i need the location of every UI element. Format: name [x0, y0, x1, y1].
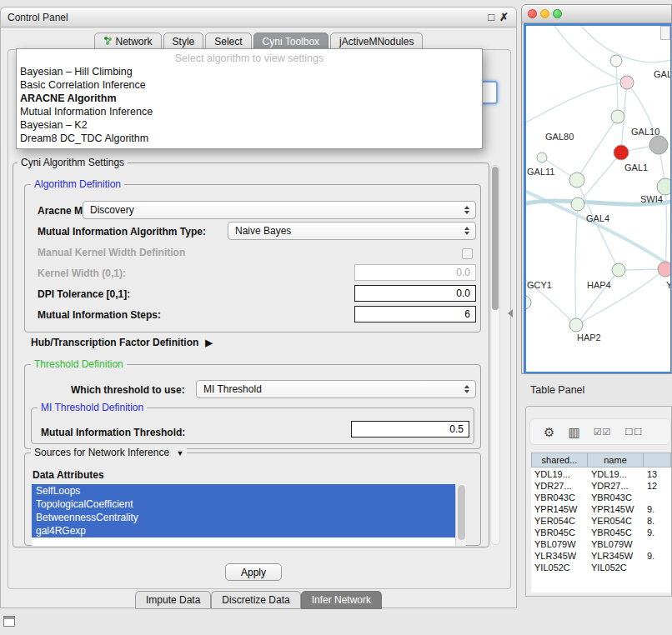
- network-node-label: GAL80: [545, 132, 574, 142]
- kernel-width-label: Kernel Width (0,1):: [38, 268, 126, 279]
- which-threshold-select[interactable]: MI Threshold: [196, 380, 476, 398]
- network-node-label: HAP2: [577, 332, 601, 342]
- tab-cyni-toolbox[interactable]: Cyni Toolbox: [253, 32, 328, 50]
- data-attributes-list: SelfLoopsTopologicalCoefficientBetweenne…: [32, 484, 466, 546]
- data-attribute-item[interactable]: SelfLoops: [32, 484, 455, 498]
- hub-definition-expander[interactable]: Hub/Transcription Factor Definition ▶: [31, 337, 213, 348]
- float-window-icon[interactable]: □: [488, 11, 494, 23]
- algorithm-option[interactable]: Basic Correlation Inference: [17, 78, 482, 92]
- network-edge[interactable]: [616, 61, 618, 117]
- close-button[interactable]: [528, 9, 537, 18]
- canvas-corner-control[interactable]: [660, 26, 670, 40]
- mi-threshold-label: Mutual Information Threshold:: [41, 427, 185, 438]
- table-row[interactable]: YLR345WYLR345W9.: [531, 550, 671, 562]
- tab-impute-data[interactable]: Impute Data: [135, 591, 211, 609]
- data-attribute-item[interactable]: gal4RGexp: [32, 524, 455, 538]
- mi-threshold-field[interactable]: [351, 421, 469, 438]
- settings-scrollbar[interactable]: [490, 165, 500, 545]
- clear-all-checkboxes-icon[interactable]: ☐☐: [624, 428, 643, 437]
- dpi-tolerance-label: DPI Tolerance [0,1]:: [38, 288, 130, 300]
- algorithm-option[interactable]: Mutual Information Inference: [17, 105, 482, 118]
- table-row[interactable]: YPR145WYPR145W9.: [531, 503, 671, 515]
- network-node[interactable]: [610, 55, 622, 67]
- expand-right-icon: ▶: [205, 338, 212, 348]
- table-row[interactable]: YER054CYER054C8.: [531, 515, 671, 527]
- network-node[interactable]: [569, 172, 584, 188]
- network-node[interactable]: [658, 262, 670, 277]
- network-node[interactable]: [620, 76, 634, 89]
- threshold-definition-title: Threshold Definition: [31, 358, 127, 370]
- gear-icon[interactable]: ⚙: [544, 426, 554, 438]
- columns-icon[interactable]: ▥: [568, 426, 579, 438]
- control-panel-titlebar: Control Panel □ ✗: [1, 8, 516, 28]
- algorithm-option[interactable]: ARACNE Algorithm: [17, 92, 482, 105]
- tab-discretize-data[interactable]: Discretize Data: [211, 591, 300, 609]
- apply-button[interactable]: Apply: [225, 563, 282, 581]
- tab-select[interactable]: Select: [205, 32, 251, 50]
- algorithm-option[interactable]: Bayesian – Hill Climbing: [17, 65, 482, 78]
- column-header-shared[interactable]: shared...: [531, 452, 588, 468]
- table-cell: YPR145W: [588, 503, 644, 515]
- tab-label: Select: [214, 36, 242, 48]
- network-node[interactable]: [611, 110, 624, 123]
- table-row[interactable]: YIL052CYIL052C: [531, 562, 671, 573]
- algorithm-option[interactable]: Bayesian – K2: [17, 118, 482, 132]
- network-node[interactable]: [649, 136, 668, 154]
- table-cell: YER054C: [531, 515, 588, 527]
- data-attribute-item[interactable]: TopologicalCoefficient: [32, 498, 455, 511]
- attributes-scrollbar[interactable]: [455, 484, 466, 546]
- network-edge[interactable]: [575, 204, 578, 325]
- tab-infer-network[interactable]: Infer Network: [301, 591, 382, 609]
- close-window-icon[interactable]: ✗: [499, 11, 509, 23]
- network-node[interactable]: [569, 318, 583, 332]
- network-node-label: Y: [666, 280, 670, 290]
- network-node[interactable]: [614, 145, 629, 160]
- mi-steps-field[interactable]: [354, 306, 476, 322]
- table-row[interactable]: YBR043CYBR043C: [531, 492, 671, 503]
- table-cell: YBL079W: [531, 538, 588, 550]
- network-canvas[interactable]: GAL80GAL10GAL11GAL1SWI4GAL4GCY1HAP4HAP2G…: [524, 23, 672, 374]
- tab-label: jActiveMNodules: [339, 36, 414, 48]
- table-row[interactable]: YBR045CYBR045C9.: [531, 527, 671, 538]
- combo-arrows-icon: [460, 385, 474, 393]
- sources-expander[interactable]: Sources for Network Inference ▼: [31, 447, 187, 458]
- column-header-extra[interactable]: [644, 452, 671, 468]
- zoom-button[interactable]: [553, 9, 562, 18]
- data-attribute-item[interactable]: BetweennessCentrality: [32, 511, 455, 524]
- column-header-name[interactable]: name: [588, 452, 644, 468]
- tab-style[interactable]: Style: [163, 32, 204, 50]
- select-all-checkboxes-icon[interactable]: ☑☑: [594, 428, 612, 437]
- table-cell: YBL079W: [588, 538, 644, 550]
- network-node[interactable]: [526, 296, 531, 309]
- desktop-corner-icon[interactable]: [3, 616, 15, 627]
- window-title: Control Panel: [8, 12, 68, 23]
- table-row[interactable]: YBL079WYBL079W: [531, 538, 671, 550]
- network-node[interactable]: [537, 152, 547, 162]
- network-edge[interactable]: [576, 269, 665, 325]
- network-edge[interactable]: [576, 26, 670, 62]
- mi-algorithm-type-label: Mutual Information Algorithm Type:: [38, 226, 206, 238]
- table-cell: [644, 492, 671, 503]
- algorithm-option[interactable]: Dream8 DC_TDC Algorithm: [17, 132, 482, 145]
- kernel-width-field: [354, 264, 476, 281]
- table-row[interactable]: YDR27...YDR27...12: [531, 480, 671, 492]
- aracne-mode-select[interactable]: Discovery: [83, 201, 476, 219]
- network-node[interactable]: [657, 178, 670, 195]
- tab-network[interactable]: Network: [94, 32, 162, 50]
- tab-label: Style: [173, 36, 195, 48]
- expand-down-icon: ▼: [176, 449, 183, 458]
- network-edge[interactable]: [665, 187, 667, 269]
- network-edge[interactable]: [576, 270, 619, 325]
- table-cell: 13: [644, 468, 671, 480]
- minimize-button[interactable]: [540, 9, 549, 18]
- dpi-tolerance-field[interactable]: [354, 285, 476, 302]
- network-node[interactable]: [612, 263, 625, 277]
- network-edge[interactable]: [577, 117, 618, 180]
- network-node[interactable]: [571, 198, 584, 211]
- table-row[interactable]: YDL19...YDL19...13: [531, 468, 671, 480]
- which-threshold-label: Which threshold to use:: [71, 384, 185, 396]
- mi-algorithm-type-select[interactable]: Naive Bayes: [228, 222, 476, 240]
- panel-collapse-arrow-icon[interactable]: [508, 309, 513, 318]
- tab-jactivemnodules[interactable]: jActiveMNodules: [330, 32, 423, 50]
- hub-definition-label: Hub/Transcription Factor Definition: [31, 337, 198, 348]
